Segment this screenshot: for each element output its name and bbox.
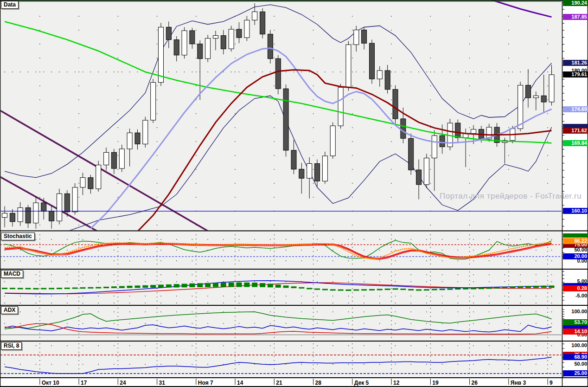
price-flag: 86.22 [563,238,588,244]
time-axis-label: 14 [237,380,243,386]
price-flag: 187.85 [563,14,588,20]
price-flag: 171.62 [563,128,588,134]
time-axis-label: 31 [159,380,165,386]
panel-title-stochastic[interactable]: Stochastic [1,232,35,240]
panel-title-adx[interactable]: ADX [1,306,18,314]
time-axis-label: 28 [315,380,321,386]
time-axis-label: Янв 3 [511,380,526,386]
panel-title-rsi[interactable]: RSI, 8 [1,342,22,350]
panel-title-macd[interactable]: MACD [1,270,23,278]
time-axis-label: Окт 10 [42,380,59,386]
watermark: Портал для трейдеров - ForTrader.ru [440,192,582,201]
price-flag [563,233,588,238]
price-flag: 174.69 [563,106,588,112]
price-flag: 14.10 [563,329,588,335]
axis-label: 50.00 [563,361,588,367]
panel-title-data[interactable]: Data [1,1,19,9]
price-flag: 169.84 [563,140,588,146]
axis-label: 100.00 [563,309,588,315]
price-flag: 160.10 [563,208,588,214]
time-axis-label: 12 [393,380,399,386]
trading-terminal-window: Data Stochastic MACD ADX RSI, 8 Портал д… [0,0,588,387]
time-axis-label: 17 [81,380,87,386]
time-axis-label: 24 [120,380,126,386]
price-flag: 190.24 [563,0,588,6]
time-axis-label: Ноя 7 [198,380,213,386]
time-axis-label: 9 [550,380,553,386]
price-flag: 68.90 [563,354,588,360]
price-flag: 181.26 [563,60,588,66]
price-flag: 25.00 [563,370,588,376]
price-flag: 53.70 [563,319,588,325]
price-flag: 0.28 [563,285,588,291]
axis-label: -5.00 [563,293,588,299]
axis-label: 100.00 [563,342,588,348]
time-axis-label: 21 [276,380,282,386]
time-axis-label: 19 [432,380,438,386]
time-axis-label: Дек 5 [354,380,369,386]
time-axis-label: 26 [472,380,478,386]
price-flag: 179.61 [563,71,588,77]
price-flag: 20.00 [563,253,588,259]
